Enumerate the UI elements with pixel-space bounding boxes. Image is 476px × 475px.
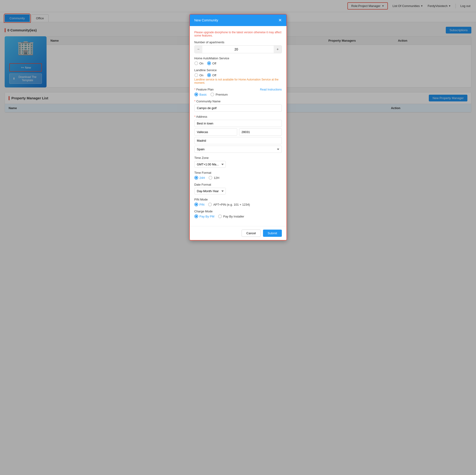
home-automation-on-circle bbox=[194, 61, 198, 65]
modal-title: New Community bbox=[194, 18, 218, 22]
plan-basic-circle bbox=[194, 93, 198, 96]
home-automation-radio-group: On Off bbox=[194, 61, 282, 65]
feature-plan-label: * Feature Plan bbox=[194, 88, 214, 91]
apartments-label: Number of apartments bbox=[194, 40, 282, 44]
upgrade-warning: Please upgrade doorphone to the latest v… bbox=[194, 31, 282, 37]
address-label: * Address bbox=[194, 115, 282, 117]
modal-close-button[interactable]: ✕ bbox=[278, 18, 282, 23]
plan-basic[interactable]: Basic bbox=[194, 93, 207, 96]
decrement-button[interactable]: − bbox=[195, 46, 202, 53]
community-name-group: * Community Name bbox=[194, 100, 282, 112]
plan-radio-group: Basic Premium bbox=[194, 93, 282, 96]
landline-on-circle bbox=[194, 73, 198, 77]
home-automation-off[interactable]: Off bbox=[207, 61, 216, 65]
landline-on[interactable]: On bbox=[194, 73, 204, 77]
apartments-input[interactable] bbox=[202, 46, 274, 53]
home-automation-group: Home AutoMation Service On Off bbox=[194, 56, 282, 65]
address-group: * Address Spain bbox=[194, 115, 282, 117]
home-automation-label: Home AutoMation Service bbox=[194, 56, 282, 60]
community-name-input[interactable] bbox=[194, 105, 282, 112]
home-automation-on[interactable]: On bbox=[194, 61, 204, 65]
landline-off-circle bbox=[207, 73, 211, 77]
plan-premium-circle bbox=[210, 93, 214, 96]
community-name-label: * Community Name bbox=[194, 100, 282, 103]
landline-radio-group: On Off bbox=[194, 73, 282, 77]
modal-overlay: New Community ✕ Please upgrade doorphone… bbox=[0, 0, 476, 117]
read-instructions-link[interactable]: Read Instructions bbox=[260, 88, 282, 91]
landline-group: Landline Service On Off Landline service… bbox=[194, 68, 282, 85]
apartments-group: Number of apartments − + bbox=[194, 40, 282, 53]
feature-plan-group: * Feature Plan Read Instructions Basic P… bbox=[194, 88, 282, 96]
modal-header: New Community ✕ bbox=[190, 15, 287, 26]
landline-off[interactable]: Off bbox=[207, 73, 216, 77]
increment-button[interactable]: + bbox=[274, 46, 281, 53]
plan-premium[interactable]: Premium bbox=[210, 93, 228, 96]
modal-body: Please upgrade doorphone to the latest v… bbox=[190, 26, 287, 117]
feature-plan-header: * Feature Plan Read Instructions bbox=[194, 88, 282, 91]
landline-label: Landline Service bbox=[194, 68, 282, 72]
landline-warning: Landline service is not available for Ho… bbox=[194, 78, 282, 85]
apartments-input-group: − + bbox=[194, 45, 282, 53]
home-automation-off-circle bbox=[207, 61, 211, 65]
new-community-modal: New Community ✕ Please upgrade doorphone… bbox=[189, 14, 287, 117]
